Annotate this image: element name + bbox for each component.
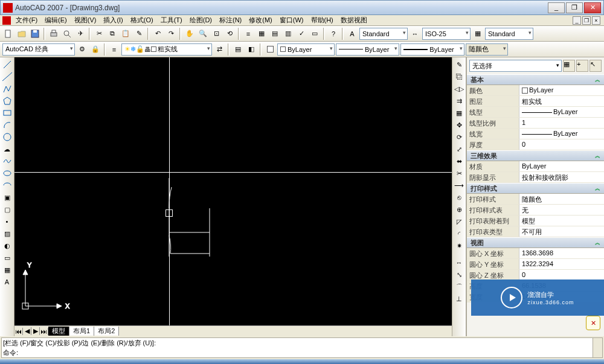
xline-tool[interactable] bbox=[1, 71, 14, 83]
undo-button[interactable]: ↶ bbox=[152, 28, 164, 40]
layer-states-button[interactable]: ▤ bbox=[232, 43, 244, 56]
print-button[interactable] bbox=[48, 28, 60, 40]
prop-lweight-value[interactable]: ByLayer bbox=[519, 129, 604, 139]
revcloud-tool[interactable]: ☁ bbox=[1, 143, 14, 155]
dimstyle-icon[interactable]: ↔ bbox=[409, 28, 421, 40]
section-view[interactable]: 视图 bbox=[467, 237, 604, 248]
prop-ptable-value[interactable]: 无 bbox=[519, 205, 604, 215]
layer-combo[interactable]: ☀❄🔓🖶 粗实线 bbox=[121, 43, 212, 56]
redo-button[interactable]: ↷ bbox=[165, 28, 177, 40]
markup-button[interactable]: ✓ bbox=[295, 28, 307, 40]
menu-insert[interactable]: 插入(I) bbox=[100, 15, 126, 25]
zoom-prev-button[interactable]: ⟲ bbox=[223, 28, 236, 40]
region-tool[interactable]: ▭ bbox=[1, 252, 14, 264]
prop-shadow-value[interactable]: 投射和接收阴影 bbox=[519, 172, 604, 182]
textstyle-combo[interactable]: Standard bbox=[359, 28, 408, 40]
offset-tool[interactable]: ⇉ bbox=[452, 95, 466, 107]
doc-restore-button[interactable]: ❐ bbox=[582, 16, 591, 25]
maximize-button[interactable]: ❐ bbox=[566, 2, 583, 13]
help-button[interactable]: ? bbox=[327, 28, 339, 40]
designcenter-button[interactable]: ▦ bbox=[255, 28, 268, 40]
drawing-canvas[interactable]: X Y bbox=[14, 57, 452, 325]
doc-close-button[interactable]: × bbox=[592, 16, 600, 25]
prop-cz-value[interactable]: 0 bbox=[519, 270, 604, 280]
line-tool[interactable] bbox=[1, 59, 14, 71]
menu-modify[interactable]: 修改(M) bbox=[245, 15, 276, 25]
copy-button[interactable]: ⧉ bbox=[106, 28, 118, 40]
dimstyle-combo[interactable]: ISO-25 bbox=[422, 28, 471, 40]
tab-model[interactable]: 模型 bbox=[48, 327, 69, 336]
tab-last-button[interactable]: ⏭ bbox=[40, 328, 48, 335]
publish-button[interactable]: ✈ bbox=[74, 28, 86, 40]
sheetset-button[interactable]: ▥ bbox=[282, 28, 294, 40]
dim-aligned-tool[interactable]: ⤡ bbox=[452, 269, 466, 281]
menu-data[interactable]: 数据视图 bbox=[337, 15, 371, 25]
section-plot[interactable]: 打印样式 bbox=[467, 183, 604, 194]
section-basic[interactable]: 基本 bbox=[467, 74, 604, 85]
linetype-combo[interactable]: ByLayer bbox=[336, 43, 399, 56]
menu-tools[interactable]: 工具(T) bbox=[157, 15, 186, 25]
prop-color-value[interactable]: ByLayer bbox=[519, 85, 604, 95]
tablestyle-icon[interactable]: ▦ bbox=[472, 28, 484, 40]
scale-tool[interactable]: ⤢ bbox=[452, 143, 466, 155]
command-scrollbar[interactable] bbox=[593, 338, 602, 357]
erase-tool[interactable]: ✎ bbox=[452, 59, 466, 71]
commcenter-close-button[interactable]: ✕ bbox=[586, 316, 600, 330]
workspace-settings-button[interactable]: ⚙ bbox=[76, 43, 88, 56]
color-icon[interactable] bbox=[264, 43, 276, 56]
new-button[interactable] bbox=[2, 28, 14, 40]
rotate-tool[interactable]: ⟳ bbox=[452, 131, 466, 143]
dim-linear-tool[interactable]: ↔ bbox=[452, 257, 466, 269]
tab-layout1[interactable]: 布局1 bbox=[69, 327, 94, 336]
stretch-tool[interactable]: ⬌ bbox=[452, 155, 466, 167]
mtext-tool[interactable]: A bbox=[1, 276, 14, 288]
layer-props-button[interactable]: ≡ bbox=[108, 43, 120, 56]
open-button[interactable] bbox=[16, 28, 28, 40]
textstyle-icon[interactable]: A bbox=[346, 28, 358, 40]
prop-material-value[interactable]: ByLayer bbox=[519, 161, 604, 171]
prop-pstyle-value[interactable]: 随颜色 bbox=[519, 194, 604, 204]
gradient-tool[interactable]: ◐ bbox=[1, 240, 14, 252]
prop-ltype-value[interactable]: ByLayer bbox=[519, 107, 604, 117]
preview-button[interactable] bbox=[61, 28, 73, 40]
prop-layer-value[interactable]: 粗实线 bbox=[519, 96, 604, 106]
prop-thick-value[interactable]: 0 bbox=[519, 139, 604, 150]
pickadd-button[interactable]: + bbox=[576, 60, 588, 72]
doc-minimize-button[interactable]: _ bbox=[573, 16, 581, 25]
extend-tool[interactable]: ⟶ bbox=[452, 179, 466, 191]
mirror-tool[interactable]: ◁▷ bbox=[452, 83, 466, 95]
menu-draw[interactable]: 绘图(D) bbox=[186, 15, 216, 25]
toolpalettes-button[interactable]: ▤ bbox=[269, 28, 281, 40]
table-tool[interactable]: ▦ bbox=[1, 264, 14, 276]
polygon-tool[interactable] bbox=[1, 95, 14, 107]
selectobjects-button[interactable]: ↖ bbox=[590, 60, 602, 72]
layer-iso-button[interactable]: ◧ bbox=[245, 43, 257, 56]
ellipse-tool[interactable] bbox=[1, 167, 14, 179]
prop-ltscale-value[interactable]: 1 bbox=[519, 118, 604, 128]
lineweight-combo[interactable]: ByLayer bbox=[400, 43, 464, 56]
menu-view[interactable]: 视图(V) bbox=[71, 15, 100, 25]
minimize-button[interactable]: _ bbox=[548, 2, 565, 13]
point-tool[interactable]: • bbox=[1, 216, 14, 228]
menu-window[interactable]: 窗口(W) bbox=[276, 15, 307, 25]
zoom-window-button[interactable]: ⊡ bbox=[210, 28, 222, 40]
paste-button[interactable]: 📋 bbox=[120, 28, 132, 40]
hatch-tool[interactable]: ▨ bbox=[1, 228, 14, 240]
arc-tool[interactable] bbox=[1, 119, 14, 131]
tab-first-button[interactable]: ⏮ bbox=[14, 328, 23, 335]
menu-edit[interactable]: 编辑(E) bbox=[41, 15, 71, 25]
menu-file[interactable]: 文件(F) bbox=[12, 15, 41, 25]
prop-cx-value[interactable]: 1368.3698 bbox=[519, 248, 604, 258]
save-button[interactable] bbox=[29, 28, 41, 40]
circle-tool[interactable] bbox=[1, 131, 14, 143]
insert-block-tool[interactable]: ▣ bbox=[1, 191, 14, 203]
tab-layout2[interactable]: 布局2 bbox=[94, 327, 119, 336]
tablestyle-combo[interactable]: Standard bbox=[485, 28, 533, 40]
prop-ptype-value[interactable]: 不可用 bbox=[519, 226, 604, 237]
join-tool[interactable]: ⊕ bbox=[452, 203, 466, 216]
plotstyle-combo[interactable]: 随颜色 bbox=[466, 43, 508, 56]
menu-dim[interactable]: 标注(N) bbox=[216, 15, 245, 25]
spline-tool[interactable] bbox=[1, 155, 14, 167]
prop-cy-value[interactable]: 1322.3294 bbox=[519, 259, 604, 269]
menu-help[interactable]: 帮助(H) bbox=[307, 15, 337, 25]
